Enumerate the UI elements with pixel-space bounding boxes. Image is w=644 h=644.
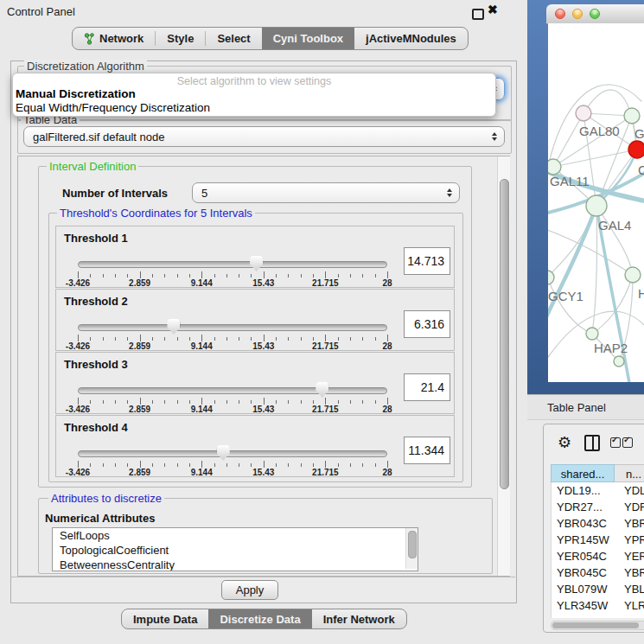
table-row[interactable]: YBR043CYBR0: [552, 515, 644, 532]
algorithm-option-equal-width[interactable]: Equal Width/Frequency Discretization: [16, 101, 210, 114]
tab-jactivemnodules[interactable]: jActiveMNodules: [354, 28, 468, 49]
network-node-c[interactable]: [628, 141, 644, 158]
tab-select[interactable]: Select: [206, 28, 261, 49]
cell-shared-name[interactable]: YIL053C: [552, 614, 615, 618]
threshold-value-field[interactable]: 11.344: [404, 437, 450, 464]
network-node-h[interactable]: [625, 267, 641, 283]
tab-cyni-toolbox[interactable]: Cyni Toolbox: [262, 28, 354, 49]
axis-tick-label: -3.426: [66, 468, 90, 477]
slider-axis-labels: -3.4262.8599.14415.4321.71528: [78, 341, 387, 352]
network-node[interactable]: [614, 356, 624, 367]
minimize-window-icon[interactable]: [572, 9, 583, 19]
cell-shared-name[interactable]: YDL19...: [552, 482, 615, 499]
cyni-bottom-tabbar: Impute DataDiscretize DataInfer Network: [121, 609, 407, 629]
close-window-icon[interactable]: [555, 9, 565, 19]
cell-shared-name[interactable]: YBL079W: [552, 581, 615, 597]
cell-name[interactable]: YBL0: [615, 581, 644, 597]
table-row[interactable]: YIL053CYIL0: [552, 614, 644, 618]
scrollbar-thumb[interactable]: [500, 179, 509, 489]
network-node-gcy1[interactable]: [548, 271, 554, 284]
gear-icon[interactable]: ⚙: [558, 435, 571, 450]
threshold-value-field[interactable]: 21.4: [404, 373, 450, 401]
table-horizontal-scrollbar[interactable]: [551, 621, 644, 630]
tab-network[interactable]: Network: [73, 28, 155, 49]
network-edge[interactable]: [553, 113, 583, 167]
node-label: GAL4: [598, 218, 631, 233]
slider-track[interactable]: [78, 450, 387, 457]
attribute-list-item[interactable]: BetweennessCentrality: [53, 558, 418, 571]
table-panel: ⚙ shared... n... YDL19...YDL1YDR27...YDR…: [543, 424, 644, 633]
attribute-list-item[interactable]: TopologicalCoefficient: [53, 543, 418, 558]
table-row[interactable]: YBR045CYBR0: [552, 564, 644, 581]
float-window-icon[interactable]: [472, 9, 484, 20]
numerical-attributes-list[interactable]: SelfLoopsTopologicalCoefficientBetweenne…: [52, 527, 418, 571]
table-row[interactable]: YDR27...YDR2: [552, 499, 644, 515]
checkbox-icon[interactable]: [610, 437, 621, 448]
tab-style[interactable]: Style: [156, 28, 205, 49]
network-node-gal80[interactable]: [576, 105, 591, 121]
cell-shared-name[interactable]: YLR345W: [552, 597, 615, 614]
cell-name[interactable]: YPR1: [615, 532, 644, 548]
network-window-titlebar[interactable]: [546, 4, 644, 24]
axis-tick-label: 15.43: [252, 278, 274, 288]
algorithm-placeholder-option[interactable]: Select algorithm to view settings: [13, 75, 495, 87]
columns-icon[interactable]: [584, 435, 600, 451]
network-node-gal4[interactable]: [586, 195, 607, 216]
table-row[interactable]: YPR145WYPR1: [552, 532, 644, 548]
slider-thumb[interactable]: [250, 256, 263, 271]
scrollbar-thumb[interactable]: [408, 531, 417, 558]
checkbox-icon[interactable]: [622, 437, 633, 448]
network-edge[interactable]: [592, 275, 633, 334]
tab-discretize-data[interactable]: Discretize Data: [208, 609, 311, 628]
slider-thumb[interactable]: [217, 445, 230, 461]
slider-track[interactable]: [78, 261, 387, 268]
column-header-name[interactable]: n...: [615, 464, 644, 482]
slider-thumb[interactable]: [167, 319, 180, 335]
attributes-scrollbar[interactable]: [405, 528, 418, 569]
cell-shared-name[interactable]: YER054C: [552, 548, 615, 564]
number-of-intervals-combobox[interactable]: 5: [192, 182, 460, 203]
threshold-value-field[interactable]: 6.316: [404, 310, 450, 338]
cell-name[interactable]: YBR0: [615, 564, 644, 581]
cell-shared-name[interactable]: YBR043C: [552, 515, 615, 532]
cell-shared-name[interactable]: YPR145W: [552, 532, 615, 548]
settings-vertical-scrollbar[interactable]: [497, 156, 510, 576]
network-node-hap2[interactable]: [586, 328, 598, 340]
cell-name[interactable]: YDL1: [615, 482, 644, 499]
slider-track[interactable]: [78, 387, 387, 394]
network-edge[interactable]: [548, 229, 633, 275]
zoom-window-icon[interactable]: [590, 9, 600, 19]
slider-thumb[interactable]: [316, 382, 328, 398]
cell-name[interactable]: YER0: [615, 548, 644, 564]
network-canvas[interactable]: GAL80GACGAL11GAL4GCY1HHAP2: [548, 23, 644, 382]
scrollbar-thumb[interactable]: [552, 622, 639, 628]
slider-track[interactable]: [78, 324, 387, 331]
table-data-combobox[interactable]: galFiltered.sif default node: [23, 126, 505, 147]
attribute-list-item[interactable]: SelfLoops: [53, 528, 418, 543]
network-node-ga[interactable]: [624, 108, 640, 124]
cell-name[interactable]: YLR3: [615, 597, 644, 614]
network-node-gal11[interactable]: [548, 159, 561, 175]
column-header-shared-name[interactable]: shared...: [551, 464, 615, 482]
apply-button[interactable]: Apply: [221, 580, 278, 600]
cell-shared-name[interactable]: YDR27...: [552, 499, 615, 515]
threshold-value-field[interactable]: 14.713: [404, 247, 450, 275]
threshold-box: Threshold 2-3.4262.8599.14415.4321.71528…: [55, 289, 455, 351]
table-row[interactable]: YDL19...YDL1: [552, 482, 644, 499]
axis-tick-label: 15.43: [252, 341, 274, 351]
network-edge[interactable]: [548, 206, 596, 321]
cell-name[interactable]: YIL0: [615, 614, 644, 618]
thresholds-group-label: Threshold's Coordinates for 5 Intervals: [57, 207, 255, 220]
network-edge[interactable]: [548, 277, 592, 334]
close-icon[interactable]: ✖: [488, 3, 498, 16]
table-row[interactable]: YER054CYER0: [552, 548, 644, 564]
algorithm-option-manual[interactable]: Manual Discretization: [16, 87, 136, 100]
cell-name[interactable]: YDR2: [615, 499, 644, 515]
table-row[interactable]: YBL079WYBL0: [552, 581, 644, 597]
tab-impute-data[interactable]: Impute Data: [122, 609, 208, 628]
table-row[interactable]: YLR345WYLR3: [552, 597, 644, 614]
cell-name[interactable]: YBR0: [615, 515, 644, 532]
cell-shared-name[interactable]: YBR045C: [552, 564, 615, 581]
tab-infer-network[interactable]: Infer Network: [312, 609, 406, 628]
table-panel-header: Table Panel: [527, 394, 644, 420]
